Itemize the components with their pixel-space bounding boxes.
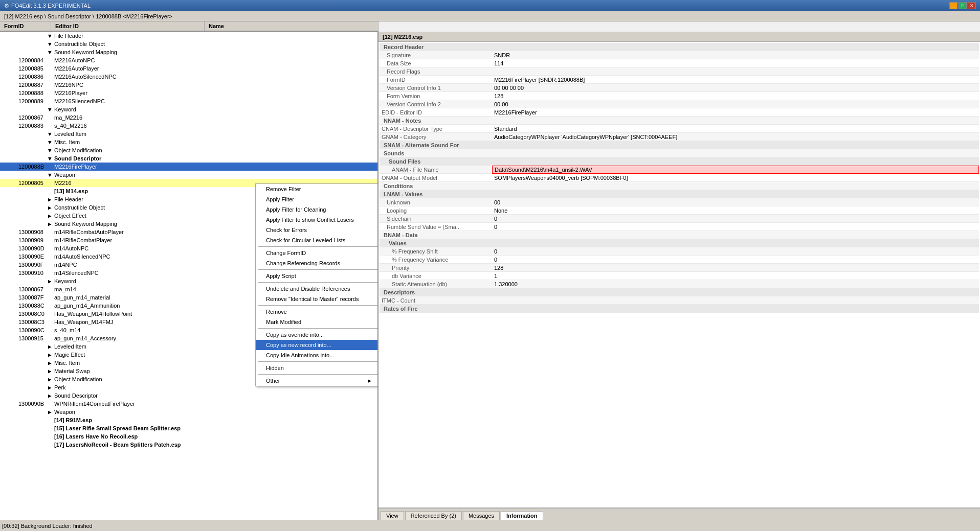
expand-icon[interactable]: ▼	[48, 49, 54, 56]
expand-icon[interactable]: ▼	[48, 106, 54, 113]
expand-icon[interactable]: ▼	[48, 155, 54, 162]
tree-item[interactable]: ▼Object Modification	[0, 146, 377, 154]
menu-item[interactable]: Change FormID	[256, 248, 378, 258]
tree-item[interactable]: [15] Laser Rifle Small Spread Beam Split…	[0, 424, 377, 432]
expand-icon[interactable]: ▶	[48, 343, 54, 350]
tree-item[interactable]: ▶Weapon	[0, 408, 377, 416]
expand-icon[interactable]: ▶	[48, 221, 54, 227]
expand-icon[interactable]: ▶	[48, 393, 54, 399]
record-area[interactable]: Record HeaderSignatureSNDRData Size114Re…	[378, 42, 980, 507]
menu-item[interactable]: Change Referencing Records	[256, 258, 378, 268]
expand-icon[interactable]: ▶	[48, 213, 54, 219]
tree-item[interactable]: 12000886M2216AutoSilencedNPC	[0, 73, 377, 81]
tree-item[interactable]: 1300090BWPNRiflem14CombatFirePlayer	[0, 400, 377, 408]
menu-item[interactable]: Mark Modified	[256, 317, 378, 327]
tree-item[interactable]: ▼Weapon	[0, 171, 377, 179]
tree-formid: 13000908	[2, 229, 48, 235]
expand-icon[interactable]: ▼	[48, 41, 54, 48]
menu-item[interactable]: Apply Filter for Cleaning	[256, 204, 378, 215]
minimize-button[interactable]: _	[949, 2, 957, 9]
tree-formid: 1300090D	[2, 245, 48, 251]
record-field-row: Static Attenuation (db)1.320000	[380, 280, 979, 288]
menu-item[interactable]: Copy Idle Animations into...	[256, 350, 378, 360]
record-field-label: GNAM - Category	[380, 134, 492, 140]
tree-item[interactable]: ▶Sound Descriptor	[0, 391, 377, 400]
expand-icon[interactable]: ▶	[48, 278, 54, 285]
menu-item[interactable]: Remove "Identical to Master" records	[256, 294, 378, 304]
col-header-name: Name	[205, 21, 378, 31]
expand-icon[interactable]: ▶	[48, 368, 54, 375]
tree-item[interactable]: 12000887M2216NPC	[0, 81, 377, 89]
tree-item[interactable]: 12000883s_40_M2216	[0, 122, 377, 130]
tree-item[interactable]: ▼Misc. Item	[0, 138, 377, 146]
expand-icon[interactable]: ▶	[48, 409, 54, 415]
menu-item[interactable]: Apply Filter to show Conflict Losers	[256, 215, 378, 225]
menu-separator	[258, 282, 378, 283]
expand-icon[interactable]: ▼	[48, 139, 54, 146]
bottom-tabs[interactable]: ViewReferenced By (2)MessagesInformation	[378, 507, 980, 520]
tree-editorid: ap_gun_m14_Ammunition	[48, 303, 191, 309]
bottom-tab[interactable]: Information	[501, 511, 543, 520]
expand-icon[interactable]: ▼	[48, 172, 54, 178]
tree-editorid: M2216AutoNPC	[48, 57, 191, 63]
menu-item[interactable]: Hidden	[256, 363, 378, 373]
menu-item[interactable]: Remove	[256, 307, 378, 317]
tree-item[interactable]: [16] Lasers Have No Recoil.esp	[0, 432, 377, 441]
bottom-tab[interactable]: View	[381, 511, 404, 520]
record-field-value: 114	[492, 60, 979, 66]
tree-item[interactable]: ▼Constructible Object	[0, 40, 377, 48]
tree-formid: 12000888	[2, 90, 48, 96]
bottom-tab[interactable]: Messages	[463, 511, 500, 520]
expand-icon[interactable]: ▶	[48, 376, 54, 383]
tree-item[interactable]: ▼Sound Descriptor	[0, 154, 377, 163]
expand-icon[interactable]: ▶	[48, 384, 54, 391]
menu-item[interactable]: Other▶	[256, 376, 378, 386]
menu-item[interactable]: Check for Errors	[256, 225, 378, 235]
tree-item[interactable]: ▼Sound Keyword Mapping	[0, 48, 377, 56]
tree-editorid: [13] M14.esp	[48, 188, 191, 194]
title-bar-controls[interactable]: _ □ ✕	[949, 2, 976, 9]
tree-item[interactable]: [14] R91M.esp	[0, 416, 377, 424]
tree-editorid: ▶File Header	[48, 196, 191, 203]
tree-item[interactable]: 12000888M2216Player	[0, 89, 377, 97]
record-field-label: % Frequency Variance	[380, 257, 492, 263]
tree-item[interactable]: ▼Leveled Item	[0, 130, 377, 138]
tree-editorid: ▶Sound Keyword Mapping	[48, 221, 191, 227]
close-button[interactable]: ✕	[968, 2, 976, 9]
tree-item[interactable]: 12000889M2216SilencedNPC	[0, 97, 377, 105]
menu-item[interactable]: Apply Script	[256, 271, 378, 281]
tree-editorid: [17] LasersNoRecoil - Beam Splitters Pat…	[48, 442, 191, 448]
tree-editorid: ▶Keyword	[48, 278, 191, 285]
maximize-button[interactable]: □	[959, 2, 967, 9]
tree-item[interactable]: 12000885M2216AutoPlayer	[0, 64, 377, 73]
tree-formid: 13000867	[2, 286, 48, 292]
expand-icon[interactable]: ▶	[48, 352, 54, 358]
menu-item[interactable]: Copy as new record into...	[256, 340, 378, 350]
expand-icon[interactable]: ▶	[48, 196, 54, 203]
menu-item[interactable]: Copy as override into...	[256, 330, 378, 340]
tree-item[interactable]: ▼Keyword	[0, 105, 377, 113]
menu-item[interactable]: Remove Filter	[256, 184, 378, 194]
menu-item[interactable]: Undelete and Disable References	[256, 284, 378, 294]
bottom-tab[interactable]: Referenced By (2)	[405, 511, 462, 520]
menu-item-label: Undelete and Disable References	[266, 286, 350, 292]
expand-icon[interactable]: ▶	[48, 204, 54, 211]
expand-icon[interactable]: ▼	[48, 131, 54, 137]
tree-item[interactable]: 1200088BM2216FirePlayer	[0, 163, 377, 171]
tree-item[interactable]: 12000867ma_M2216	[0, 113, 377, 122]
context-menu[interactable]: Remove FilterApply FilterApply Filter fo…	[255, 183, 378, 386]
tree-item[interactable]: [17] LasersNoRecoil - Beam Splitters Pat…	[0, 441, 377, 449]
expand-icon[interactable]: ▼	[48, 33, 54, 39]
tree-editorid: ma_M2216	[48, 114, 191, 121]
right-panel-header: [12] M2216.esp	[378, 32, 980, 42]
menu-item[interactable]: Check for Circular Leveled Lists	[256, 235, 378, 245]
record-field-row: EDID - Editor IDM2216FirePlayer	[380, 108, 979, 117]
expand-icon[interactable]: ▶	[48, 360, 54, 366]
tree-item[interactable]: ▼File Header	[0, 32, 377, 40]
expand-icon[interactable]: ▼	[48, 147, 54, 154]
tree-editorid: ▶Leveled Item	[48, 343, 191, 350]
tree-item[interactable]: 12000884M2216AutoNPC	[0, 56, 377, 64]
menu-item-label: Change Referencing Records	[266, 260, 340, 266]
record-field-row: NNAM - Notes	[380, 117, 979, 125]
menu-item[interactable]: Apply Filter	[256, 194, 378, 204]
